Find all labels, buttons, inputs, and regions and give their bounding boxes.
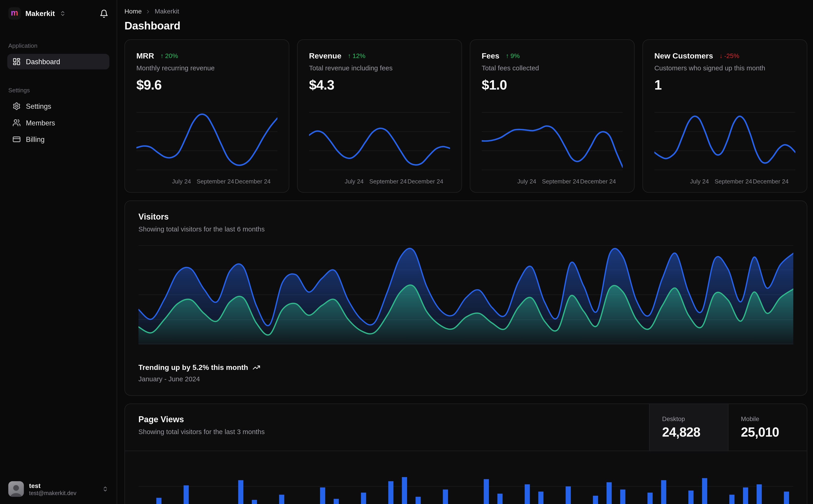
visitors-trend-text: Trending up by 5.2% this month — [138, 363, 248, 371]
metric-value: $4.3 — [309, 77, 450, 93]
x-tick: December 24 — [408, 178, 443, 184]
sidebar-item-members[interactable]: Members — [7, 115, 109, 130]
page-views-header: Page Views Showing total visitors for th… — [125, 404, 807, 451]
sidebar-group-application: Application — [8, 42, 108, 49]
visitors-date-range: January - June 2024 — [138, 375, 793, 383]
x-tick: September 24 — [197, 178, 234, 184]
page-views-bar-chart — [138, 451, 793, 504]
x-tick: July 24 — [345, 178, 364, 184]
trend-badge: ↑20% — [160, 52, 178, 59]
sidebar-item-label: Members — [26, 119, 55, 127]
mrr-sparkline-chart — [136, 110, 278, 172]
main-content: Home Makerkit Dashboard MRR ↑20% Monthly… — [117, 0, 813, 504]
sidebar: m Makerkit Application Dashboard Setting… — [0, 0, 117, 504]
desktop-value: 24,828 — [662, 424, 728, 440]
notifications-bell-icon[interactable] — [99, 9, 108, 18]
trend-badge: ↑12% — [348, 52, 365, 59]
user-name: test — [29, 482, 76, 489]
trend-value: 9% — [510, 52, 520, 59]
metric-title: New Customers — [654, 51, 713, 60]
new-customers-sparkline-chart — [654, 110, 795, 172]
x-tick: December 24 — [753, 178, 789, 184]
trend-value: -25% — [724, 52, 739, 59]
x-tick: September 24 — [542, 178, 579, 184]
sidebar-item-label: Settings — [26, 102, 51, 110]
toggle-mobile[interactable]: Mobile 25,010 — [728, 404, 807, 451]
sidebar-item-settings[interactable]: Settings — [7, 98, 109, 114]
chevrons-up-down-icon — [59, 10, 66, 16]
page-views-card: Page Views Showing total visitors for th… — [124, 403, 807, 504]
users-icon — [12, 119, 21, 127]
metric-value: $9.6 — [136, 77, 278, 93]
chevrons-up-down-icon — [102, 486, 108, 492]
visitors-card: Visitors Showing total visitors for the … — [124, 200, 807, 396]
metric-description: Total revenue including fees — [309, 64, 450, 72]
sidebar-item-billing[interactable]: Billing — [7, 132, 109, 147]
chevron-right-icon — [145, 8, 151, 14]
sidebar-group-settings: Settings — [8, 87, 108, 93]
trend-up-icon: ↑ — [160, 52, 163, 59]
trend-up-icon: ↑ — [506, 52, 509, 59]
breadcrumb-current: Makerkit — [154, 8, 179, 15]
trend-value: 12% — [352, 52, 365, 59]
trending-up-icon — [252, 363, 260, 371]
page-views-subtitle: Showing total visitors for the last 3 mo… — [138, 428, 636, 436]
x-tick: July 24 — [172, 178, 191, 184]
metric-title: MRR — [136, 51, 154, 60]
x-tick: July 24 — [517, 178, 536, 184]
x-axis-ticks: July 24 September 24 December 24 — [482, 178, 623, 186]
workspace-selector[interactable]: m Makerkit — [8, 7, 108, 20]
sidebar-item-label: Dashboard — [26, 58, 60, 66]
credit-card-icon — [12, 135, 21, 143]
metric-card-new-customers: New Customers ↓-25% Customers who signed… — [643, 39, 807, 193]
x-axis-ticks: July 24 September 24 December 24 — [136, 178, 278, 186]
desktop-label: Desktop — [662, 415, 728, 422]
sidebar-item-label: Billing — [26, 135, 45, 143]
metric-value: $1.0 — [482, 77, 623, 93]
dashboard-app: m Makerkit Application Dashboard Setting… — [0, 0, 813, 504]
metric-title: Revenue — [309, 51, 341, 60]
x-tick: December 24 — [235, 178, 271, 184]
trend-badge: ↓-25% — [719, 52, 739, 59]
x-axis-ticks: July 24 September 24 December 24 — [309, 178, 450, 186]
user-meta: test test@makerkit.dev — [29, 482, 76, 496]
sidebar-item-dashboard[interactable]: Dashboard — [7, 54, 109, 69]
visitors-area-chart — [138, 244, 793, 345]
trend-up-icon: ↑ — [348, 52, 351, 59]
metric-card-mrr: MRR ↑20% Monthly recurring revenue $9.6 … — [124, 39, 289, 193]
metric-value: 1 — [654, 77, 795, 93]
x-tick: September 24 — [369, 178, 407, 184]
visitors-title: Visitors — [138, 212, 793, 222]
metric-cards-row: MRR ↑20% Monthly recurring revenue $9.6 … — [124, 39, 807, 193]
dashboard-icon — [12, 58, 21, 66]
metric-card-revenue: Revenue ↑12% Total revenue including fee… — [297, 39, 462, 193]
x-tick: December 24 — [580, 178, 616, 184]
user-menu[interactable]: test test@makerkit.dev — [8, 481, 108, 497]
page-title: Dashboard — [124, 20, 807, 32]
trend-down-icon: ↓ — [719, 52, 723, 59]
breadcrumb: Home Makerkit — [124, 8, 807, 15]
metric-title: Fees — [482, 51, 499, 60]
x-axis-ticks: July 24 September 24 December 24 — [654, 178, 795, 186]
metric-description: Total fees collected — [482, 64, 623, 72]
fees-sparkline-chart — [482, 110, 623, 172]
visitors-footer: Trending up by 5.2% this month January -… — [138, 363, 793, 383]
makerkit-logo: m — [8, 7, 21, 20]
revenue-sparkline-chart — [309, 110, 450, 172]
metric-description: Monthly recurring revenue — [136, 64, 278, 72]
toggle-desktop[interactable]: Desktop 24,828 — [649, 404, 728, 451]
gear-icon — [12, 102, 21, 110]
avatar — [8, 481, 24, 497]
metric-card-fees: Fees ↑9% Total fees collected $1.0 July … — [470, 39, 635, 193]
trend-value: 20% — [165, 52, 178, 59]
breadcrumb-home[interactable]: Home — [124, 8, 142, 15]
x-tick: July 24 — [690, 178, 709, 184]
mobile-label: Mobile — [741, 415, 807, 422]
mobile-value: 25,010 — [741, 424, 807, 440]
user-email: test@makerkit.dev — [29, 490, 76, 496]
workspace-name: Makerkit — [25, 9, 55, 18]
visitors-subtitle: Showing total visitors for the last 6 mo… — [138, 225, 793, 233]
page-views-title: Page Views — [138, 415, 636, 424]
x-tick: September 24 — [715, 178, 752, 184]
trend-badge: ↑9% — [506, 52, 520, 59]
